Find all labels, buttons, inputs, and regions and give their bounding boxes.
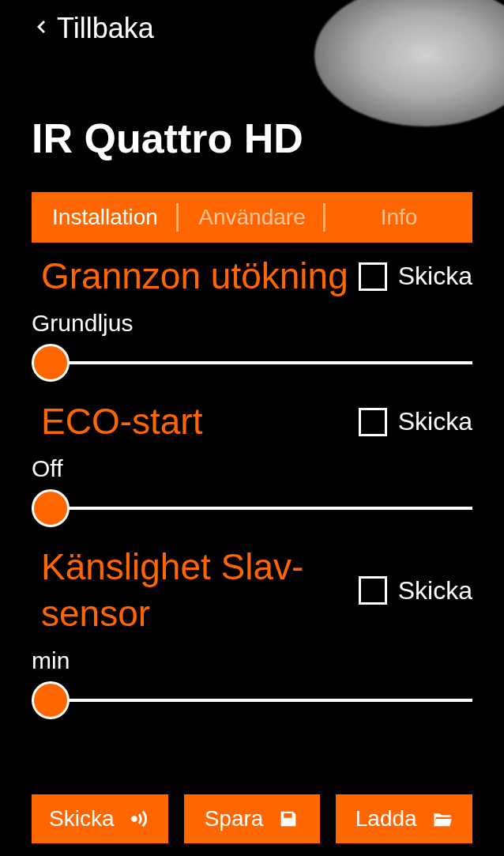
setting-header: Grannzon utökning Skicka <box>32 253 472 300</box>
checkbox-group: Skicka <box>359 576 472 605</box>
send-checkbox[interactable] <box>359 576 387 605</box>
slider-label: min <box>32 647 472 674</box>
slider-track <box>32 507 472 510</box>
tab-label: Info <box>381 205 418 230</box>
slider[interactable] <box>32 681 472 720</box>
slider-track <box>32 699 472 702</box>
slider-thumb[interactable] <box>32 489 70 527</box>
back-button[interactable]: Tillbaka <box>32 12 154 45</box>
tab-label: Användare <box>198 205 305 230</box>
checkbox-label: Skicka <box>398 576 472 605</box>
send-checkbox[interactable] <box>359 408 387 436</box>
checkbox-label: Skicka <box>398 262 472 291</box>
save-icon <box>277 808 299 830</box>
chevron-left-icon <box>32 14 51 43</box>
tab-info[interactable]: Info <box>325 192 472 243</box>
button-label: Spara <box>205 806 264 831</box>
slider-thumb[interactable] <box>32 681 70 719</box>
page-title: IR Quattro HD <box>32 115 303 162</box>
slider[interactable] <box>32 488 472 528</box>
product-image <box>314 0 504 126</box>
setting-header: Känslighet Slav-sensor Skicka <box>32 544 472 639</box>
svg-point-0 <box>132 817 136 821</box>
checkbox-label: Skicka <box>398 407 472 436</box>
broadcast-icon <box>129 808 151 830</box>
button-label: Skicka <box>49 806 114 831</box>
folder-open-icon <box>431 808 453 830</box>
tab-label: Installation <box>52 205 158 230</box>
tab-installation[interactable]: Installation <box>32 192 179 243</box>
setting-title: Känslighet Slav-sensor <box>32 544 359 639</box>
setting-kanslighet: Känslighet Slav-sensor Skicka min <box>32 544 472 721</box>
checkbox-group: Skicka <box>359 262 472 291</box>
tab-anvandare[interactable]: Användare <box>179 192 325 243</box>
setting-title: ECO-start <box>32 398 202 446</box>
slider[interactable] <box>32 343 472 383</box>
slider-label: Grundljus <box>32 310 472 337</box>
action-buttons: Skicka Spara Ladda <box>32 794 472 843</box>
setting-header: ECO-start Skicka <box>32 398 472 446</box>
setting-grannzon: Grannzon utökning Skicka Grundljus <box>32 253 472 383</box>
send-button[interactable]: Skicka <box>32 794 168 843</box>
tabs: Installation Användare Info <box>32 192 472 243</box>
button-label: Ladda <box>355 806 417 831</box>
slider-track <box>32 361 472 364</box>
settings-container: Grannzon utökning Skicka Grundljus ECO-s… <box>32 253 472 736</box>
send-checkbox[interactable] <box>359 262 387 291</box>
checkbox-group: Skicka <box>359 407 472 436</box>
back-label: Tillbaka <box>57 12 154 45</box>
slider-thumb[interactable] <box>32 344 70 382</box>
save-button[interactable]: Spara <box>184 794 321 843</box>
slider-label: Off <box>32 455 472 482</box>
setting-eco-start: ECO-start Skicka Off <box>32 398 472 528</box>
setting-title: Grannzon utökning <box>32 253 348 300</box>
load-button[interactable]: Ladda <box>336 794 472 843</box>
